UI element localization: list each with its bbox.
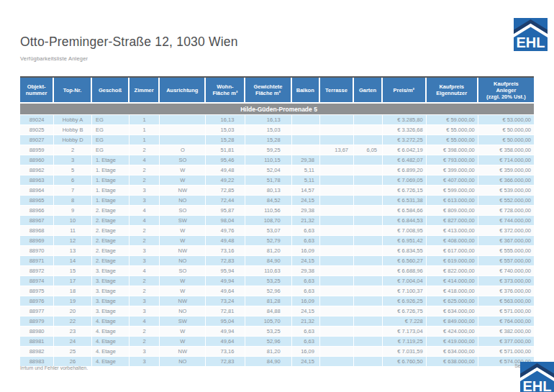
cell-r7-c5: 72,85 [206,186,245,196]
cell-r2-c1: Hobby D [54,135,92,145]
cell-r15-c11: € 822.000,00 [427,266,478,276]
cell-r19-c1: 20 [54,306,92,316]
cell-r24-c3: 3 [130,357,160,367]
cell-r16-c5: 49,94 [206,276,245,286]
cell-r1-c1: Hobby B [54,125,92,135]
cell-r17-c0: 88975 [20,286,54,296]
table-body: Hilde-Güden-Promenade 589024Hobby AEG116… [20,104,534,367]
cell-r10-c9 [354,216,383,226]
cell-r20-c8 [320,316,354,327]
cell-r21-c9 [354,327,383,337]
cell-r14-c3: 3 [130,256,160,266]
cell-r3-c12: € 358.000,00 [478,145,534,155]
cell-r8-c5: 72,44 [206,196,245,206]
cell-r23-c12: € 571.000,00 [478,347,534,357]
column-header-2: Geschoß [92,78,130,104]
cell-r7-c0: 88964 [20,186,54,196]
cell-r1-c5: 15,03 [206,125,245,135]
cell-r24-c10: € 6.760,50 [383,357,427,367]
table-row: 88967102. Etage4SW98,04108,7021,32€ 6.84… [20,216,534,226]
cell-r8-c2: 1. Etage [92,196,130,206]
cell-r19-c12: € 571.000,00 [478,306,534,316]
cell-r13-c8 [320,246,354,256]
table-row: 8896251. Etage2W49,4852,045,11€ 6.899,20… [20,165,534,176]
cell-r19-c4: NO [160,306,206,316]
cell-r23-c6: 81,20 [245,347,291,357]
cell-r2-c5: 15,28 [206,135,245,145]
cell-r7-c7: 14,57 [292,186,320,196]
cell-r22-c2: 4. Etage [92,337,130,347]
cell-r20-c3: 4 [130,316,160,327]
cell-r10-c4: SW [160,216,206,226]
cell-r1-c8 [320,125,354,135]
cell-r24-c2: 4. Etage [92,357,130,367]
cell-r3-c4: O [160,145,206,155]
cell-r6-c6: 51,78 [245,176,291,186]
cell-r16-c6: 53,25 [245,276,291,286]
ehl-logo-footer: EHL [520,362,554,392]
cell-r11-c12: € 372.000,00 [478,226,534,236]
cell-r8-c10: € 6.531,38 [383,196,427,206]
cell-r17-c4: W [160,286,206,296]
svg-text:EHL: EHL [523,378,552,392]
cell-r22-c0: 88981 [20,337,54,347]
cell-r16-c1: 17 [54,276,92,286]
cell-r7-c1: 7 [54,186,92,196]
cell-r3-c3: 2 [130,145,160,155]
column-header-8: Terrasse [320,78,354,104]
cell-r12-c3: 2 [130,236,160,246]
cell-r13-c7: 16,09 [292,246,320,256]
cell-r4-c5: 95,46 [206,155,245,165]
cell-r16-c12: € 373.000,00 [478,276,534,286]
column-header-1: Top-Nr. [54,78,92,104]
cell-r11-c9 [354,226,383,236]
cell-r4-c2: 1. Etage [92,155,130,165]
cell-r22-c5: 49,64 [206,337,245,347]
cell-r6-c4: W [160,176,206,186]
cell-r18-c2: 3. Etage [92,296,130,306]
cell-r8-c9 [354,196,383,206]
cell-r6-c12: € 366.000,00 [478,176,534,186]
cell-r12-c0: 88969 [20,236,54,246]
cell-r21-c8 [320,327,354,337]
cell-r22-c6: 52,96 [245,337,291,347]
cell-r4-c3: 4 [130,155,160,165]
cell-r14-c9 [354,256,383,266]
cell-r15-c6: 110,63 [245,266,291,276]
table-row: 889592EG2O51,8159,2513,676,05€ 6.042,19€… [20,145,534,155]
cell-r4-c12: € 714.000,00 [478,155,534,165]
cell-r11-c6: 53,07 [245,226,291,236]
cell-r23-c7: 16,09 [292,347,320,357]
cell-r24-c5: 72,83 [206,357,245,367]
cell-r17-c6: 52,96 [245,286,291,296]
cell-r11-c2: 2. Etage [92,226,130,236]
cell-r13-c3: 3 [130,246,160,256]
cell-r11-c4: W [160,226,206,236]
cell-r22-c12: € 377.000,00 [478,337,534,347]
cell-r20-c11: € 849.000,00 [427,316,478,327]
cell-r20-c7: 21,32 [292,316,320,327]
cell-r11-c11: € 413.000,00 [427,226,478,236]
table-row: 8896692. Etage4SO95,87110,5629,38€ 6.584… [20,206,534,216]
cell-r3-c10: € 6.042,19 [383,145,427,155]
cell-r18-c10: € 6.926,25 [383,296,427,306]
table-header: Objekt- nummerTop-Nr.GeschoßZimmerAusric… [20,78,534,104]
table-row: 88970132. Etage3NW73,1681,2016,09€ 6.834… [20,246,534,256]
table-row: 88983264. Etage3NO72,8384,9024,15€ 6.760… [20,357,534,367]
cell-r24-c6: 84,90 [245,357,291,367]
table-row: 88980234. Etage2W49,9453,256,63€ 7.173,0… [20,327,534,337]
cell-r12-c8 [320,236,354,246]
cell-r21-c4: W [160,327,206,337]
cell-r22-c7: 6,63 [292,337,320,347]
cell-r14-c2: 2. Etage [92,256,130,266]
cell-r2-c11: € 55.000,00 [427,135,478,145]
cell-r10-c12: € 744.000,00 [478,216,534,226]
cell-r11-c3: 2 [130,226,160,236]
cell-r10-c0: 88967 [20,216,54,226]
cell-r5-c11: € 399.000,00 [427,165,478,176]
cell-r15-c0: 88972 [20,266,54,276]
cell-r13-c4: NW [160,246,206,256]
column-header-4: Ausrichtung [160,78,206,104]
cell-r6-c2: 1. Etage [92,176,130,186]
cell-r8-c3: 3 [130,196,160,206]
